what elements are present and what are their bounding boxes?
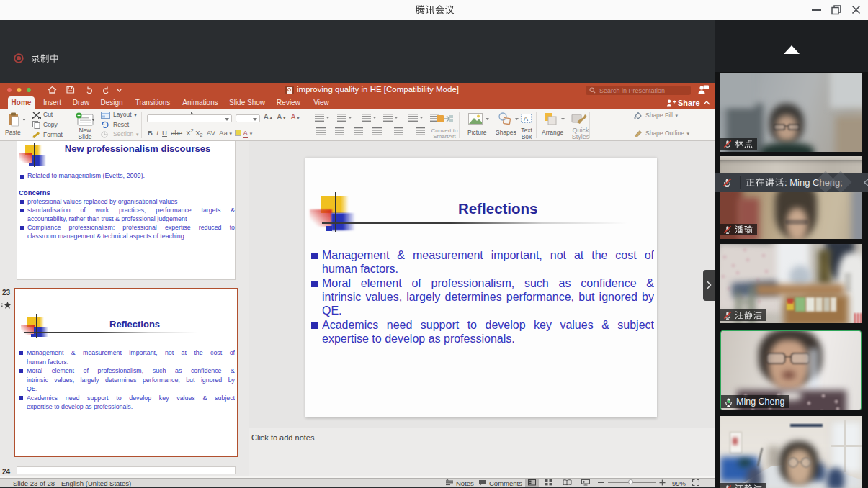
svg-text:A: A <box>524 115 528 122</box>
